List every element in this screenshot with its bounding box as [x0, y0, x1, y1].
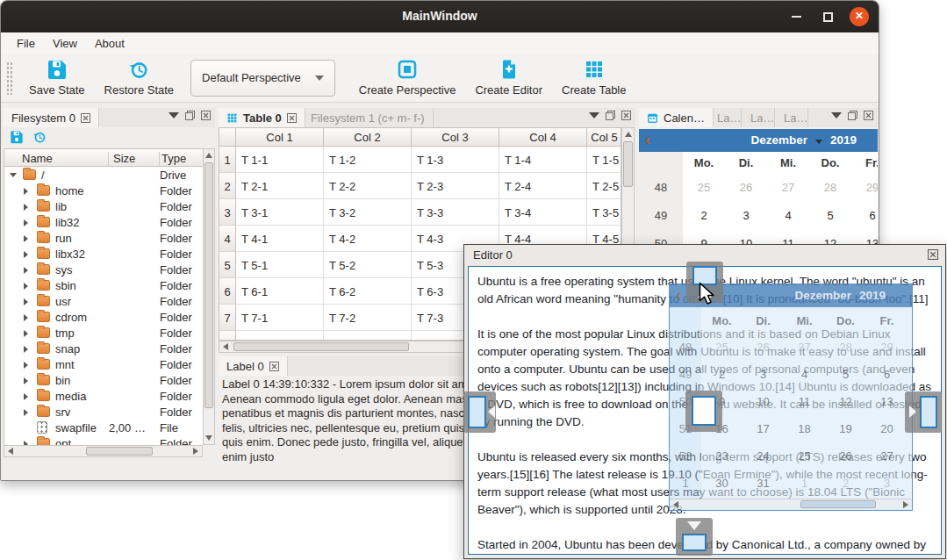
expand-icon[interactable] [24, 298, 28, 305]
expand-icon[interactable] [24, 362, 28, 369]
row-header[interactable]: 8 [219, 331, 236, 341]
calendar-day[interactable]: 2 [683, 209, 725, 222]
tree-row[interactable]: libFolder [4, 198, 203, 214]
panel-close-icon[interactable] [201, 111, 211, 120]
table-cell[interactable]: T 7-1 [236, 305, 324, 331]
editor-close-icon[interactable] [928, 249, 938, 260]
table-cell[interactable]: T 3-1 [236, 199, 324, 226]
drop-indicator-right[interactable] [905, 391, 942, 433]
table-cell[interactable]: T 4-1 [236, 226, 324, 252]
scroll-thumb[interactable] [86, 447, 153, 456]
expand-icon[interactable] [24, 409, 28, 416]
month-selector[interactable]: Dezember [750, 133, 807, 147]
scroll-thumb[interactable] [233, 342, 409, 351]
tab-label-0[interactable]: Label 0 [219, 356, 288, 376]
table-cell[interactable]: T 3-5 [587, 199, 621, 226]
tree-row[interactable]: tmpFolder [4, 325, 203, 341]
scroll-down-icon[interactable] [205, 435, 212, 441]
restore-state-button[interactable]: Restore State [95, 56, 184, 99]
tree-row[interactable]: mediaFolder [4, 388, 203, 404]
scroll-right-icon[interactable] [193, 448, 198, 455]
scroll-up-icon[interactable] [205, 153, 212, 158]
minimize-button[interactable] [792, 16, 801, 18]
panel-float-icon[interactable] [848, 111, 857, 120]
row-header[interactable]: 4 [219, 226, 236, 252]
column-header-type[interactable]: Type [161, 152, 186, 165]
tree-row[interactable]: libx32Folder [4, 246, 203, 262]
menu-item-file[interactable]: File [8, 34, 44, 53]
menu-item-about[interactable]: About [86, 34, 133, 53]
menu-item-view[interactable]: View [44, 34, 86, 53]
panel-menu-icon[interactable] [831, 112, 842, 118]
tab-calendar[interactable]: Calen… [639, 108, 714, 127]
table-cell[interactable]: T 1-1 [236, 147, 324, 173]
tab-filesystem-1[interactable]: Filesystem 1 (c+ m- f-) [303, 108, 434, 127]
tree-row[interactable]: srvFolder [4, 404, 203, 420]
tree-row[interactable]: homeFolder [4, 183, 203, 198]
drop-indicator-center[interactable] [685, 391, 722, 432]
table-cell[interactable]: T 1-4 [499, 147, 587, 173]
close-button[interactable]: ✕ [850, 7, 869, 26]
month-dropdown-icon[interactable] [815, 140, 822, 144]
tree-row[interactable]: sbinFolder [4, 277, 203, 293]
save-state-button[interactable]: Save State [19, 56, 95, 99]
toolbar-grip[interactable] [6, 61, 12, 95]
expand-icon[interactable] [24, 330, 28, 337]
tree-row[interactable]: mntFolder [4, 356, 203, 372]
tab-inactive[interactable]: La… [743, 108, 775, 127]
collapse-icon[interactable] [10, 173, 17, 177]
table-cell[interactable]: T 3-3 [412, 199, 499, 226]
expand-icon[interactable] [24, 188, 28, 195]
panel-close-icon[interactable] [621, 111, 631, 120]
tree-row[interactable]: lib32Folder [4, 214, 203, 230]
table-cell[interactable]: T 5-1 [236, 252, 324, 278]
tree-row[interactable]: binFolder [4, 372, 203, 388]
expand-icon[interactable] [24, 235, 28, 242]
panel-float-icon[interactable] [606, 111, 615, 120]
calendar-day[interactable]: 27 [767, 181, 809, 194]
table-cell[interactable]: T 5-2 [324, 252, 412, 278]
table-cell[interactable]: T 2-2 [324, 173, 412, 199]
calendar-day[interactable]: 3 [725, 209, 767, 222]
scroll-up-icon[interactable] [625, 132, 632, 137]
table-cell[interactable]: T 6-2 [324, 278, 412, 305]
table-cell[interactable]: T 8-2 [324, 331, 412, 341]
expand-icon[interactable] [24, 314, 28, 321]
table-cell[interactable]: T 7-2 [324, 305, 412, 331]
tab-table-0[interactable]: Table 0 [219, 108, 305, 127]
column-header[interactable]: Col 3 [412, 128, 499, 147]
table-cell[interactable]: T 2-5 [587, 173, 621, 199]
column-header[interactable]: Col 1 [236, 128, 324, 147]
calendar-day[interactable]: 28 [809, 181, 851, 194]
tab-inactive[interactable]: La… [709, 108, 742, 127]
column-header-name[interactable]: Name [22, 152, 53, 165]
create-perspective-button[interactable]: Create Perspective [349, 56, 466, 99]
row-header[interactable]: 2 [219, 173, 236, 199]
scroll-thumb[interactable] [623, 141, 633, 187]
scroll-left-icon[interactable] [8, 448, 13, 455]
prev-month-icon[interactable]: ‹ [645, 130, 650, 149]
tree-row[interactable]: cdromFolder [4, 309, 203, 325]
panel-menu-icon[interactable] [589, 112, 599, 118]
row-header[interactable]: 5 [219, 252, 236, 278]
create-table-button[interactable]: Create Table [552, 56, 635, 99]
tree-row[interactable]: optFolder [4, 435, 203, 445]
tab-close-icon[interactable] [81, 113, 90, 123]
calendar-day[interactable]: 4 [767, 209, 809, 222]
calendar-day[interactable]: 26 [725, 181, 767, 194]
create-editor-button[interactable]: Create Editor [465, 56, 552, 99]
table-cell[interactable]: T 2-3 [412, 173, 499, 199]
tree-row[interactable]: sysFolder [4, 262, 203, 277]
expand-icon[interactable] [24, 393, 28, 400]
column-divider[interactable] [159, 152, 160, 167]
scroll-thumb[interactable] [204, 162, 213, 408]
expand-icon[interactable] [24, 346, 28, 353]
expand-icon[interactable] [24, 204, 28, 211]
table-cell[interactable]: T 1-2 [324, 147, 412, 173]
tree-row[interactable]: swapfile2,00 …File [4, 420, 203, 435]
table-cell[interactable]: T 2-4 [499, 173, 587, 199]
row-header[interactable]: 7 [219, 305, 236, 331]
drop-indicator-left[interactable] [463, 391, 496, 433]
calendar-day[interactable]: 6 [851, 209, 878, 222]
expand-icon[interactable] [24, 251, 28, 258]
